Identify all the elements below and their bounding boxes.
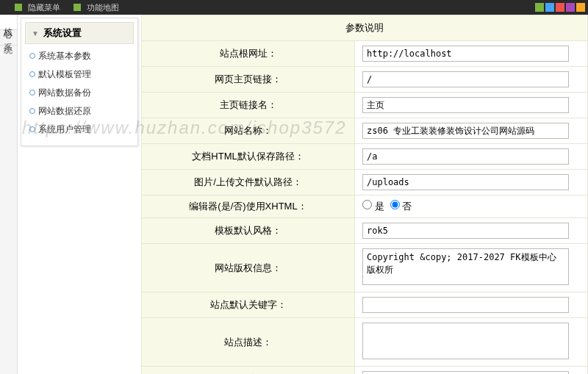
param-label: 站点默认关键字： [142,292,355,318]
text-input[interactable] [362,46,569,62]
theme-color[interactable] [556,3,564,12]
radio-input[interactable] [362,200,372,209]
sidebar: ▼ 系统设置 系统基本参数默认模板管理网站数据备份网站数据还原系统用户管理 [21,18,138,146]
params-table: 参数说明 站点根网址：网页主页链接：主页链接名：网站名称：文档HTML默认保存路… [141,15,588,374]
param-value [355,292,588,318]
textarea-input[interactable] [362,323,569,359]
text-input[interactable] [362,97,569,113]
param-label: 站点根网址： [142,41,355,67]
table-header: 参数说明 [142,15,588,41]
param-label: 主页链接名： [142,93,355,118]
side-tab-系统[interactable]: 系统 [0,30,17,46]
param-label: 网页主页链接： [142,67,355,93]
side-tabs: 核心系统 [0,15,18,374]
radio-input[interactable] [390,200,400,209]
param-value [355,118,588,144]
topbar-sitemap[interactable]: 功能地图 [87,2,119,13]
text-input[interactable] [362,71,569,87]
param-value [355,144,588,170]
param-label: 编辑器(是/否)使用XHTML： [142,195,355,218]
text-input[interactable] [362,174,569,190]
radio-option[interactable]: 是 [362,201,384,212]
sidebar-menu: 系统基本参数默认模板管理网站数据备份网站数据还原系统用户管理 [25,44,134,142]
param-value: 是 否 [355,195,588,218]
textarea-input[interactable] [362,248,569,285]
param-value [355,41,588,67]
param-value [355,367,588,375]
param-label: 网站名称： [142,118,355,144]
theme-color[interactable] [545,3,554,12]
sidebar-item[interactable]: 默认模板管理 [25,65,134,84]
theme-color[interactable] [535,3,544,12]
topbar: 隐藏菜单 功能地图 [0,0,588,15]
side-tab-核心[interactable]: 核心 [0,15,17,30]
sidebar-item[interactable]: 系统基本参数 [25,47,134,65]
param-label: 模板默认风格： [142,218,355,244]
text-input[interactable] [362,371,569,374]
param-label: 图片/上传文件默认路径： [142,170,355,195]
text-input[interactable] [362,123,569,139]
sidebar-title-text: 系统设置 [43,26,82,40]
param-label: 网站版权信息： [142,244,355,292]
sidebar-item[interactable]: 系统用户管理 [25,121,134,139]
theme-color-picker[interactable] [535,3,585,12]
param-label: 站点描述： [142,318,355,367]
param-value [355,67,588,93]
param-value [355,244,588,292]
param-value [355,218,588,244]
square-icon [15,4,22,11]
param-value [355,170,588,195]
text-input[interactable] [362,223,569,239]
sidebar-title[interactable]: ▼ 系统设置 [25,22,134,44]
param-value [355,93,588,118]
main-content: 参数说明 站点根网址：网页主页链接：主页链接名：网站名称：文档HTML默认保存路… [141,15,588,374]
chevron-down-icon: ▼ [32,29,39,37]
radio-option[interactable]: 否 [390,201,412,212]
text-input[interactable] [362,148,569,165]
param-value [355,318,588,367]
text-input[interactable] [362,297,569,313]
topbar-favorites[interactable]: 隐藏菜单 [28,2,60,13]
theme-color[interactable] [576,3,585,12]
sidebar-item[interactable]: 网站数据备份 [25,84,134,102]
theme-color[interactable] [566,3,575,12]
param-label: 网站备案号： [142,367,355,375]
param-label: 文档HTML默认保存路径： [142,144,355,170]
square-icon [74,4,81,11]
sidebar-item[interactable]: 网站数据还原 [25,102,134,121]
